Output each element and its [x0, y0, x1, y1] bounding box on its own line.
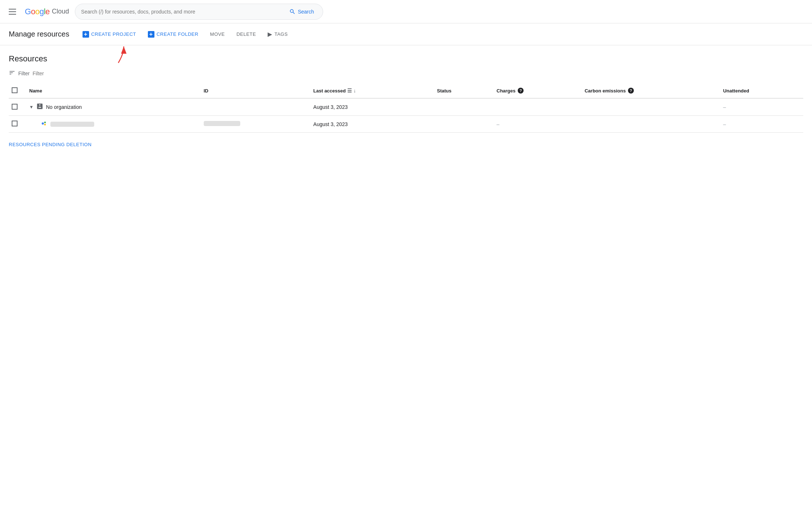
- create-project-container: + CREATE PROJECT: [78, 28, 141, 41]
- row-charges-cell: [491, 98, 579, 116]
- row-id-cell: [198, 98, 307, 116]
- row-status-cell: [431, 98, 491, 116]
- row-last-accessed-cell: August 3, 2023: [307, 116, 431, 133]
- filter-input[interactable]: [32, 71, 96, 76]
- google-cloud-logo[interactable]: Google Cloud: [25, 7, 69, 16]
- search-input[interactable]: [81, 9, 283, 15]
- row-name-cell: ▼ No organization: [23, 98, 198, 116]
- search-icon: [289, 8, 296, 15]
- resources-table: Name ID Last accessed ☰ ↓ Status: [9, 83, 803, 133]
- row-unattended-cell: –: [717, 116, 803, 133]
- org-name: No organization: [46, 104, 82, 110]
- table-row: ▼ No organization August 3, 2023: [9, 98, 803, 116]
- select-all-checkbox[interactable]: [12, 87, 18, 93]
- section-title: Resources: [9, 54, 803, 64]
- create-folder-button[interactable]: + CREATE FOLDER: [143, 28, 203, 41]
- svg-point-3: [44, 124, 46, 126]
- search-bar: Search: [75, 4, 323, 20]
- row-name-cell: [23, 116, 198, 133]
- hamburger-menu-button[interactable]: [6, 6, 19, 18]
- toolbar: Manage resources + CREATE PROJECT + CREA…: [0, 23, 812, 45]
- row-status-cell: [431, 116, 491, 133]
- row-charges-cell: –: [491, 116, 579, 133]
- sort-down-icon: ↓: [353, 88, 356, 94]
- move-label: MOVE: [210, 31, 225, 37]
- project-icon: [41, 120, 47, 128]
- header: Google Cloud Search: [0, 0, 812, 23]
- hamburger-line: [9, 11, 16, 12]
- table-row: August 3, 2023 – –: [9, 116, 803, 133]
- filter-label: Filter: [18, 71, 30, 76]
- tags-label: TAGS: [275, 31, 288, 37]
- content: Resources Filter Name ID: [0, 45, 812, 156]
- search-button-label: Search: [298, 9, 314, 15]
- column-header-carbon: Carbon emissions ?: [579, 83, 717, 98]
- column-header-name: Name: [23, 83, 198, 98]
- row-checkbox[interactable]: [12, 121, 18, 126]
- svg-point-1: [42, 122, 44, 125]
- row-checkbox-cell: [9, 116, 23, 133]
- column-header-last-accessed[interactable]: Last accessed ☰ ↓: [307, 83, 431, 98]
- sort-lines-icon: ☰: [347, 88, 352, 94]
- row-carbon-cell: [579, 98, 717, 116]
- page-title: Manage resources: [9, 30, 69, 38]
- row-id-cell: [198, 116, 307, 133]
- column-header-id: ID: [198, 83, 307, 98]
- folder-plus-icon: +: [148, 31, 154, 38]
- search-button[interactable]: Search: [286, 7, 317, 16]
- project-name-blurred: [50, 122, 94, 127]
- project-id-blurred: [204, 121, 240, 126]
- filter-icon: [9, 69, 15, 77]
- expand-icon[interactable]: ▼: [29, 104, 34, 110]
- create-folder-label: CREATE FOLDER: [157, 31, 199, 37]
- row-unattended-cell: –: [717, 98, 803, 116]
- tag-icon: ▶: [268, 31, 272, 38]
- pending-deletion-link[interactable]: RESOURCES PENDING DELETION: [9, 142, 92, 147]
- filter-bar: Filter: [9, 69, 803, 77]
- delete-label: DELETE: [237, 31, 256, 37]
- plus-icon: +: [83, 31, 89, 38]
- table-header-row: Name ID Last accessed ☰ ↓ Status: [9, 83, 803, 98]
- cloud-text: Cloud: [52, 8, 69, 15]
- header-checkbox-cell: [9, 83, 23, 98]
- carbon-help-icon[interactable]: ?: [628, 88, 634, 94]
- create-project-label: CREATE PROJECT: [91, 31, 136, 37]
- row-checkbox[interactable]: [12, 104, 18, 110]
- column-header-status: Status: [431, 83, 491, 98]
- charges-help-icon[interactable]: ?: [518, 88, 524, 94]
- create-project-button[interactable]: + CREATE PROJECT: [78, 28, 141, 41]
- column-header-unattended: Unattended: [717, 83, 803, 98]
- column-header-charges: Charges ?: [491, 83, 579, 98]
- delete-button[interactable]: DELETE: [232, 28, 261, 40]
- hamburger-line: [9, 14, 16, 15]
- pending-deletion-section: RESOURCES PENDING DELETION: [9, 141, 803, 147]
- svg-point-2: [44, 122, 46, 123]
- row-carbon-cell: [579, 116, 717, 133]
- org-grid-icon: [37, 103, 43, 111]
- logo-text: Google: [25, 7, 50, 16]
- move-button[interactable]: MOVE: [206, 28, 229, 40]
- row-checkbox-cell: [9, 98, 23, 116]
- tags-button[interactable]: ▶ TAGS: [263, 28, 292, 41]
- hamburger-line: [9, 9, 16, 10]
- row-last-accessed-cell: August 3, 2023: [307, 98, 431, 116]
